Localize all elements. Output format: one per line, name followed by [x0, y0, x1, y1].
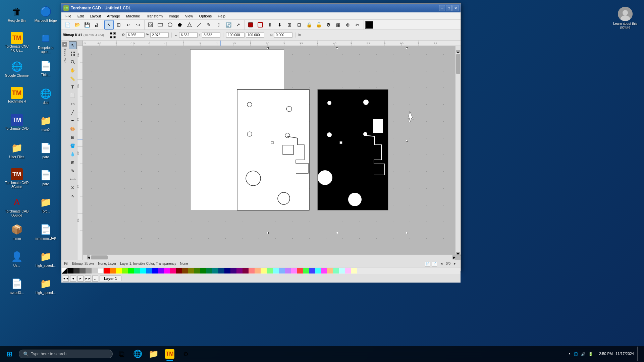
desktop-icon-acrobat[interactable]: A Torchmate CAD 8Guide — [3, 194, 30, 219]
taskbar-app-extra[interactable]: ⚙ — [178, 347, 193, 361]
menu-view[interactable]: View — [182, 13, 196, 19]
color-s4[interactable] — [315, 268, 321, 274]
x-field[interactable] — [126, 33, 145, 38]
tb-btn-3c[interactable] — [165, 20, 175, 29]
tb-btn-3i[interactable]: 🔄 — [224, 20, 233, 29]
color-none[interactable] — [62, 268, 67, 274]
tool-mirror[interactable]: ⟺ — [69, 175, 77, 183]
color-dkgreen[interactable] — [200, 268, 206, 274]
tb-new[interactable]: 📄 — [63, 20, 72, 29]
collapse-btn[interactable]: ◄ — [62, 42, 67, 47]
color-s10[interactable] — [351, 268, 357, 274]
tb-btn-3a[interactable] — [146, 20, 155, 29]
desktop-icon-profile[interactable]: Learn about this picture — [612, 5, 639, 31]
tb-layers[interactable]: ▦ — [333, 20, 343, 29]
color-violet[interactable] — [158, 268, 164, 274]
desktop-icon-mmm[interactable]: 📦 mmm — [3, 221, 30, 246]
scroll-v-down[interactable]: ▼ — [456, 252, 460, 254]
search-input[interactable] — [31, 352, 108, 356]
tb-fill[interactable] — [246, 20, 255, 29]
tool-paint[interactable]: 🎨 — [69, 125, 77, 133]
layer-nav-more[interactable]: ... — [92, 276, 98, 282]
page-icon2[interactable]: 📄 — [432, 261, 437, 266]
tb-btn-3e[interactable] — [185, 20, 194, 29]
tb-cut[interactable]: ✂ — [353, 20, 362, 29]
desktop-icon-parc2[interactable]: 📄 parc — [32, 167, 59, 192]
tb-btn-3b[interactable] — [156, 20, 165, 29]
desktop-icon-deeprio[interactable]: 🟦 Deeprio.io aper... — [32, 31, 59, 56]
tool-zoom[interactable] — [69, 58, 77, 66]
color-s2[interactable] — [303, 268, 309, 274]
tb-stroke[interactable] — [256, 20, 265, 29]
color-magenta[interactable] — [164, 268, 170, 274]
tool-connect[interactable]: ∿ — [69, 192, 77, 200]
color-s8[interactable] — [339, 268, 345, 274]
tool-pen[interactable]: ✒ — [69, 117, 77, 125]
rec-label[interactable]: Rec... — [63, 58, 66, 66]
rotate-field[interactable] — [274, 33, 292, 38]
menu-transform[interactable]: Transform — [143, 13, 165, 19]
desktop-icon-torchmate-cnc[interactable]: TM Torchmate CNC 4.0 Us... — [3, 31, 30, 56]
tb-ungroup[interactable]: ⊟ — [294, 20, 304, 29]
color-ltgray[interactable] — [92, 268, 98, 274]
w-field[interactable] — [179, 33, 198, 38]
page-icons[interactable]: 📄 — [425, 261, 430, 266]
desktop-icon-torchmate-cad8[interactable]: TM Torchmate CAD 8Guide — [3, 167, 30, 192]
color-ltmagenta[interactable] — [291, 268, 297, 274]
color-burgandy[interactable] — [243, 268, 249, 274]
color-chartreuse[interactable] — [122, 268, 128, 274]
tb-print[interactable]: 🖨 — [92, 20, 101, 29]
desktop-icon-high-speed[interactable]: 📁 high_speed... — [32, 248, 59, 274]
tool-fill[interactable]: 🪣 — [69, 142, 77, 150]
desktop-icon-max2[interactable]: 📁 max2 — [32, 113, 59, 138]
color-olive[interactable] — [188, 268, 194, 274]
color-maroon[interactable] — [176, 268, 182, 274]
desktop-icon-edge[interactable]: 🔵 Microsoft Edge — [32, 3, 59, 28]
color-springgreen[interactable] — [134, 268, 140, 274]
color-s5[interactable] — [321, 268, 327, 274]
taskbar-search[interactable]: 🔍 — [19, 350, 113, 358]
desktop-icon-parc[interactable]: 📄 parc — [32, 140, 59, 165]
color-s9[interactable] — [345, 268, 351, 274]
paste-label[interactable]: Paste — [63, 49, 66, 56]
color-emerald[interactable] — [206, 268, 212, 274]
desktop-icon-recycle-bin[interactable]: 🗑 Recycle Bin — [3, 3, 30, 28]
canvas-scroll-area[interactable]: ▲ ▼ ◄ ► — [83, 46, 461, 260]
color-s1[interactable] — [297, 268, 303, 274]
color-ltblue[interactable] — [279, 268, 285, 274]
color-ltpurple[interactable] — [285, 268, 291, 274]
color-peach[interactable] — [255, 268, 261, 274]
color-ltyellow[interactable] — [261, 268, 267, 274]
taskbar-taskview[interactable]: ⧉ — [114, 347, 129, 361]
desktop-icon-mmmmm-bak[interactable]: 📄 mmmmm.BAK — [32, 221, 59, 246]
tool-rect[interactable]: ⬜ — [69, 92, 77, 100]
tb-node[interactable]: ⊡ — [114, 20, 123, 29]
color-azure[interactable] — [146, 268, 152, 274]
color-s6[interactable] — [327, 268, 333, 274]
tool-eyedrop[interactable]: 💧 — [69, 150, 77, 158]
tool-pan[interactable]: ✋ — [69, 66, 77, 74]
start-button[interactable]: ⊞ — [1, 346, 17, 362]
scroll-v[interactable]: ▲ ▼ — [455, 46, 461, 254]
desktop-icon-ddd[interactable]: 🌐 ddd — [32, 85, 59, 111]
close-button[interactable]: ✕ — [452, 5, 459, 11]
color-dkblue2[interactable] — [218, 268, 224, 274]
color-preview[interactable] — [365, 21, 373, 29]
color-red[interactable] — [104, 268, 110, 274]
scroll-h-thumb[interactable] — [91, 255, 108, 259]
tool-node[interactable] — [69, 50, 77, 58]
scroll-h-left[interactable]: ◄ — [87, 255, 90, 259]
color-medgray[interactable] — [86, 268, 92, 274]
color-brown[interactable] — [182, 268, 188, 274]
taskbar-chrome[interactable]: 🌐 — [130, 347, 145, 361]
tb-save[interactable]: 💾 — [82, 20, 92, 29]
desktop-icon-high-speed2[interactable]: 📁 high_speed... — [32, 276, 59, 301]
tb-btn-3f[interactable] — [195, 20, 204, 29]
menu-machine[interactable]: Machine — [123, 13, 143, 19]
tool-line[interactable]: ╱ — [69, 108, 77, 116]
tool-eraser[interactable]: ⊟ — [69, 133, 77, 141]
tb-redo[interactable]: ↪ — [133, 20, 143, 29]
desktop-icon-users[interactable]: 👤 Us... — [3, 248, 30, 274]
color-teal[interactable] — [212, 268, 218, 274]
color-darkgray[interactable] — [73, 268, 79, 274]
